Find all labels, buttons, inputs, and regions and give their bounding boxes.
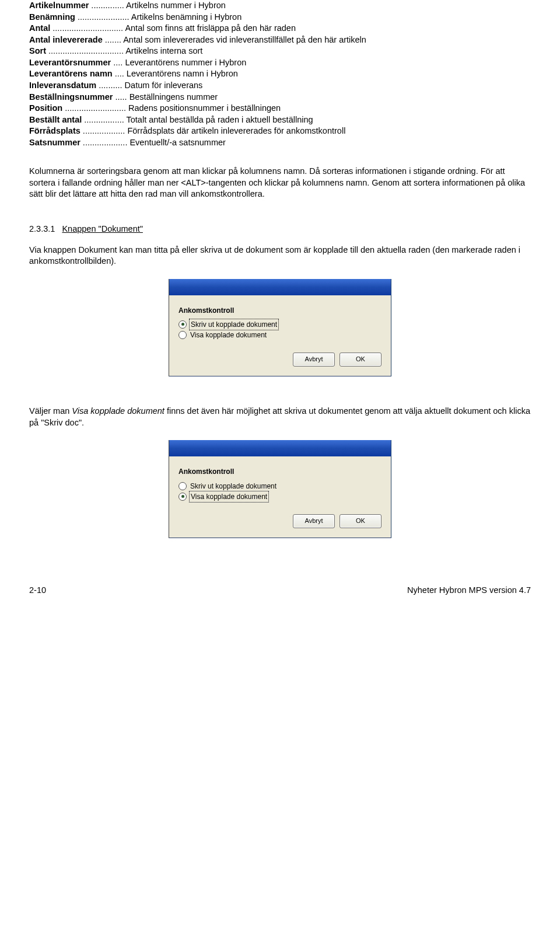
definition-dots: .......................... <box>62 103 128 113</box>
cancel-button[interactable]: Avbryt <box>293 514 335 528</box>
radio-icon <box>178 482 187 490</box>
radio-label: Skriv ut kopplade dokument <box>190 320 278 329</box>
definition-value: Artikelns nummer i Hybron <box>126 1 226 10</box>
definitions-list: Artikelnummer .............. Artikelns n… <box>29 0 531 148</box>
definition-value: Förrådsplats där artikeln inlevererades … <box>127 126 345 135</box>
dialog-heading: Ankomstkontroll <box>178 467 382 476</box>
definition-row: Inleveransdatum .......... Datum för inl… <box>29 80 531 92</box>
ankomstkontroll-dialog-1: Ankomstkontroll Skriv ut kopplade dokume… <box>169 279 391 377</box>
paragraph-visa: Väljer man Visa kopplade dokument finns … <box>29 406 531 428</box>
radio-label: Skriv ut kopplade dokument <box>190 482 276 491</box>
definition-value: Artikelns benämning i Hybron <box>131 12 242 22</box>
definition-row: Antal .............................. Ant… <box>29 23 531 34</box>
definition-value: Leverantörens namn i Hybron <box>127 69 238 78</box>
definition-dots: ....... <box>103 35 123 44</box>
ok-button[interactable]: OK <box>340 353 382 367</box>
definition-value: Eventuellt/-a satsnummer <box>130 138 225 147</box>
definition-label: Beställt antal <box>29 115 82 124</box>
definition-row: Position .......................... Rade… <box>29 103 531 114</box>
definition-row: Sort ................................ Ar… <box>29 46 531 57</box>
dialog-titlebar <box>169 440 391 456</box>
definition-value: Totalt antal beställda på raden i aktuel… <box>127 115 313 124</box>
definition-dots: .... <box>111 58 125 67</box>
radio-label: Visa kopplade dokument <box>190 492 268 501</box>
definition-row: Artikelnummer .............. Artikelns n… <box>29 0 531 12</box>
section-heading: 2.3.3.1 Knappen "Dokument" <box>29 224 531 235</box>
definition-dots: .............. <box>89 1 126 10</box>
definition-value: Datum för inleverans <box>125 81 203 90</box>
definition-value: Antal som finns att frisläppa på den här… <box>125 23 296 33</box>
definition-label: Leverantörsnummer <box>29 58 111 67</box>
dialog-titlebar <box>169 279 391 295</box>
definition-dots: ..... <box>113 92 129 102</box>
dialog-heading: Ankomstkontroll <box>178 306 382 315</box>
ok-button[interactable]: OK <box>340 514 382 528</box>
radio-option-print[interactable]: Skriv ut kopplade dokument <box>178 320 382 329</box>
definition-label: Antal inlevererade <box>29 35 103 44</box>
radio-icon <box>178 320 187 329</box>
definition-dots: .............................. <box>50 23 125 33</box>
paragraph-dokument: Via knappen Dokument kan man titta på el… <box>29 245 531 267</box>
cancel-button[interactable]: Avbryt <box>293 353 335 367</box>
definition-row: Benämning ...................... Artikel… <box>29 12 531 23</box>
paragraph-sorting: Kolumnerna är sorteringsbara genom att m… <box>29 166 531 200</box>
definition-dots: ...................... <box>75 12 131 22</box>
definition-value: Radens positionsnummer i beställningen <box>128 103 281 113</box>
radio-option-show[interactable]: Visa kopplade dokument <box>178 492 382 501</box>
definition-label: Artikelnummer <box>29 1 89 10</box>
definition-dots: .... <box>113 69 127 78</box>
radio-label: Visa kopplade dokument <box>190 330 267 340</box>
definition-value: Leverantörens nummer i Hybron <box>125 58 246 67</box>
definition-row: Leverantörens namn .... Leverantörens na… <box>29 68 531 80</box>
definition-value: Beställningens nummer <box>130 92 218 102</box>
definition-dots: .......... <box>96 81 124 90</box>
definition-dots: ................................ <box>46 46 125 55</box>
radio-icon <box>178 331 187 339</box>
definition-label: Sort <box>29 46 46 55</box>
ankomstkontroll-dialog-2: Ankomstkontroll Skriv ut kopplade dokume… <box>169 440 391 538</box>
definition-row: Beställt antal ................. Totalt … <box>29 114 531 126</box>
definition-dots: ................... <box>80 138 130 147</box>
section-number: 2.3.3.1 <box>29 224 55 233</box>
definition-label: Beställningsnummer <box>29 92 113 102</box>
footer-title: Nyheter Hybron MPS version 4.7 <box>407 585 531 596</box>
radio-option-show[interactable]: Visa kopplade dokument <box>178 330 382 340</box>
radio-icon <box>178 493 187 501</box>
radio-option-print[interactable]: Skriv ut kopplade dokument <box>178 482 382 491</box>
definition-label: Förrådsplats <box>29 126 80 135</box>
definition-label: Leverantörens namn <box>29 69 113 78</box>
page-number: 2-10 <box>29 585 46 596</box>
definition-label: Benämning <box>29 12 75 22</box>
definition-row: Förrådsplats .................. Förrådsp… <box>29 125 531 137</box>
definition-row: Antal inlevererade ....... Antal som inl… <box>29 34 531 46</box>
definition-dots: ................. <box>82 115 126 124</box>
definition-label: Satsnummer <box>29 138 80 147</box>
definition-label: Antal <box>29 23 50 33</box>
page-footer: 2-10 Nyheter Hybron MPS version 4.7 <box>29 585 531 596</box>
definition-dots: .................. <box>80 126 128 135</box>
definition-label: Inleveransdatum <box>29 81 96 90</box>
definition-row: Satsnummer ................... Eventuell… <box>29 137 531 149</box>
section-title: Knappen "Dokument" <box>62 224 142 233</box>
definition-label: Position <box>29 103 62 113</box>
definition-row: Beställningsnummer ..... Beställningens … <box>29 92 531 103</box>
definition-value: Artikelns interna sort <box>125 46 202 55</box>
definition-value: Antal som inlevererades vid inleveransti… <box>123 35 366 44</box>
definition-row: Leverantörsnummer .... Leverantörens num… <box>29 57 531 69</box>
